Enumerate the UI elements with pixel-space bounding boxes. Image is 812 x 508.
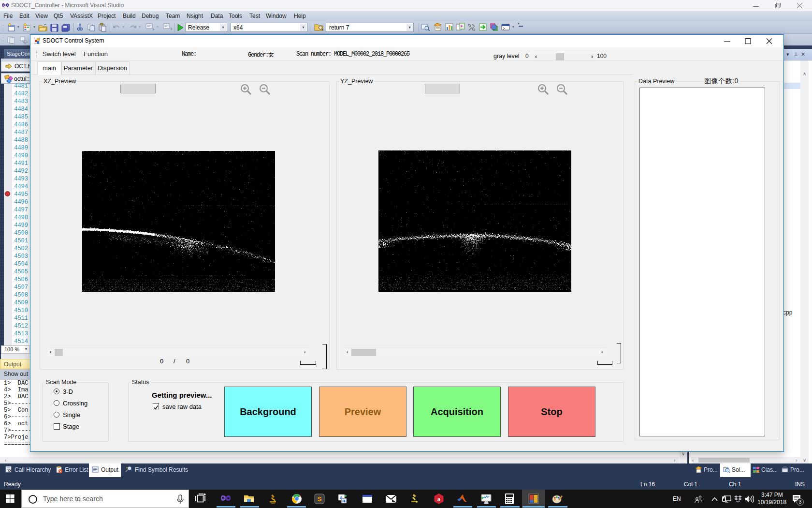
svg-text:a: a [437, 495, 441, 503]
svg-text:S: S [318, 495, 322, 503]
svg-text:B: B [343, 499, 346, 503]
